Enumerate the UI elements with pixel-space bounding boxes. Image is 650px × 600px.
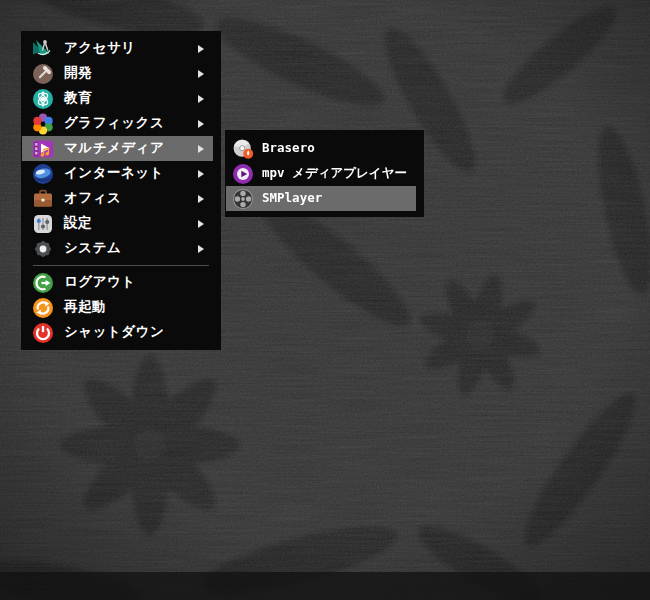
menu-item-education[interactable]: 教育 xyxy=(22,86,213,111)
education-icon xyxy=(32,88,54,110)
menu-item-multimedia[interactable]: マルチメディア xyxy=(22,136,213,161)
system-icon xyxy=(32,238,54,260)
settings-icon xyxy=(32,213,54,235)
menu-item-label: 開発 xyxy=(64,66,92,81)
submenu-item-label: SMPlayer xyxy=(262,192,322,206)
submenu-arrow-icon xyxy=(198,70,204,78)
multimedia-submenu: Brasero mpv メディアプレイヤー SMPlayer xyxy=(225,130,424,217)
menu-item-office[interactable]: オフィス xyxy=(22,186,213,211)
menu-item-graphics[interactable]: グラフィックス xyxy=(22,111,213,136)
submenu-item-mpv[interactable]: mpv メディアプレイヤー xyxy=(226,161,416,186)
shutdown-icon xyxy=(32,322,54,344)
brasero-icon xyxy=(232,138,254,160)
multimedia-icon xyxy=(32,138,54,160)
development-icon xyxy=(32,63,54,85)
menu-separator xyxy=(33,265,209,266)
applications-menu: アクセサリ 開発 教育 xyxy=(21,31,221,350)
submenu-arrow-icon xyxy=(198,170,204,178)
menu-item-shutdown[interactable]: シャットダウン xyxy=(22,320,213,345)
submenu-arrow-icon xyxy=(198,95,204,103)
submenu-item-brasero[interactable]: Brasero xyxy=(226,136,416,161)
menu-item-label: オフィス xyxy=(64,191,121,206)
menu-item-system[interactable]: システム xyxy=(22,236,213,261)
graphics-icon xyxy=(32,113,54,135)
submenu-arrow-icon xyxy=(198,120,204,128)
smplayer-icon xyxy=(232,188,254,210)
menu-item-label: シャットダウン xyxy=(64,325,164,340)
menu-item-label: インターネット xyxy=(64,166,164,181)
submenu-arrow-icon xyxy=(198,145,204,153)
menu-item-label: システム xyxy=(64,241,121,256)
submenu-item-label: mpv メディアプレイヤー xyxy=(262,167,407,181)
menu-item-accessories[interactable]: アクセサリ xyxy=(22,36,213,61)
internet-icon xyxy=(32,163,54,185)
desktop: アクセサリ 開発 教育 xyxy=(0,0,650,600)
logout-icon xyxy=(32,272,54,294)
submenu-item-label: Brasero xyxy=(262,142,315,156)
submenu-arrow-icon xyxy=(198,220,204,228)
submenu-arrow-icon xyxy=(198,195,204,203)
menu-item-label: マルチメディア xyxy=(64,141,164,156)
accessories-icon xyxy=(32,38,54,60)
submenu-arrow-icon xyxy=(198,245,204,253)
menu-item-label: グラフィックス xyxy=(64,116,164,131)
menu-item-label: アクセサリ xyxy=(64,41,136,56)
office-icon xyxy=(32,188,54,210)
menu-item-development[interactable]: 開発 xyxy=(22,61,213,86)
menu-item-label: 再起動 xyxy=(64,300,106,315)
restart-icon xyxy=(32,297,54,319)
menu-item-internet[interactable]: インターネット xyxy=(22,161,213,186)
menu-item-settings[interactable]: 設定 xyxy=(22,211,213,236)
menu-item-label: 教育 xyxy=(64,91,92,106)
mpv-icon xyxy=(232,163,254,185)
menu-item-restart[interactable]: 再起動 xyxy=(22,295,213,320)
menu-item-logout[interactable]: ログアウト xyxy=(22,270,213,295)
submenu-arrow-icon xyxy=(198,45,204,53)
menu-item-label: ログアウト xyxy=(64,275,136,290)
menu-item-label: 設定 xyxy=(64,216,92,231)
submenu-item-smplayer[interactable]: SMPlayer xyxy=(226,186,416,211)
